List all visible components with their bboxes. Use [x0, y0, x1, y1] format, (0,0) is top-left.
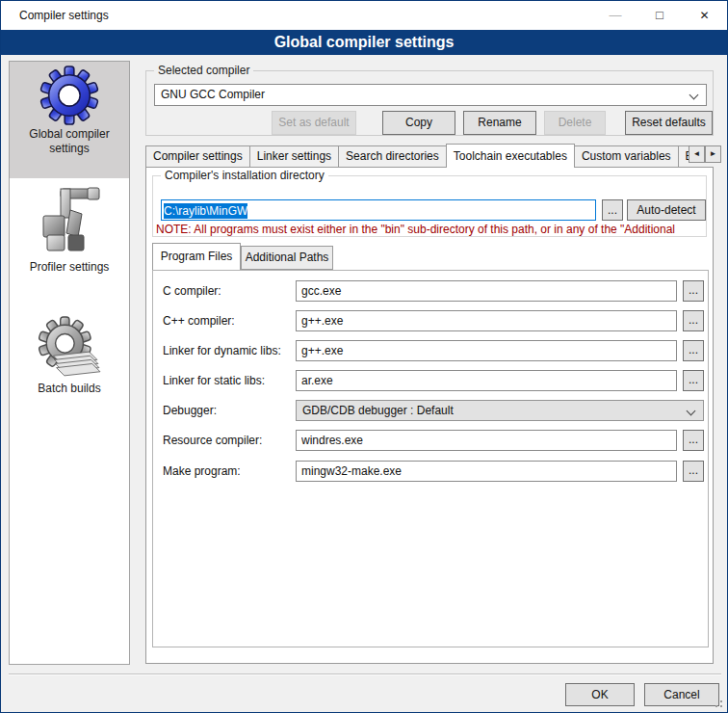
compiler-select-value: GNU GCC Compiler — [161, 88, 265, 101]
sidebar-item-label: Batch builds — [10, 382, 129, 396]
static-linker-row: Linker for static libs: ... — [153, 370, 708, 391]
installation-directory-input[interactable]: C:\raylib\MinGW — [161, 199, 596, 221]
settings-tab-bar: Compiler settings Linker settings Search… — [145, 144, 689, 168]
dynamic-linker-row: Linker for dynamic libs: ... — [153, 340, 708, 361]
rename-button[interactable]: Rename — [463, 111, 536, 135]
dynamic-linker-browse-button[interactable]: ... — [683, 340, 704, 361]
chevron-down-icon — [689, 91, 699, 100]
resource-compiler-row: Resource compiler: ... — [153, 430, 708, 451]
sidebar-item-label: Global compiler settings — [10, 127, 129, 156]
cpp-compiler-row: C++ compiler: ... — [153, 310, 708, 331]
toolchain-executables-panel: Compiler's installation directory C:\ray… — [145, 167, 714, 664]
sidebar-item-profiler-settings[interactable]: Profiler settings — [10, 183, 129, 291]
selected-compiler-group: Selected compiler GNU GCC Compiler Set a… — [145, 70, 714, 136]
copy-button[interactable]: Copy — [382, 111, 455, 135]
static-linker-label: Linker for static libs: — [163, 370, 294, 391]
resize-grip[interactable] — [714, 699, 723, 708]
tab-search-directories[interactable]: Search directories — [338, 145, 447, 168]
ok-button[interactable]: OK — [565, 683, 635, 706]
debugger-select[interactable]: GDB/CDB debugger : Default — [296, 400, 704, 421]
debugger-row: Debugger: GDB/CDB debugger : Default — [153, 400, 708, 421]
tab-compiler-settings[interactable]: Compiler settings — [145, 145, 250, 168]
debugger-select-value: GDB/CDB debugger : Default — [302, 404, 454, 417]
browse-directory-button[interactable]: ... — [602, 199, 623, 221]
settings-category-list: Global compiler settings — [9, 61, 130, 665]
tab-build-options[interactable]: Build options — [678, 145, 689, 168]
gray-gear-stack-icon — [38, 316, 101, 380]
sidebar-item-global-compiler-settings[interactable]: Global compiler settings — [10, 62, 129, 178]
compiler-select[interactable]: GNU GCC Compiler — [154, 84, 707, 106]
cpp-compiler-input[interactable] — [296, 310, 677, 331]
title-bar[interactable]: Compiler settings — □ ✕ — [1, 1, 727, 30]
resource-compiler-label: Resource compiler: — [163, 430, 294, 451]
page-title: Global compiler settings — [1, 30, 727, 55]
static-linker-input[interactable] — [296, 370, 677, 391]
cpp-compiler-label: C++ compiler: — [163, 310, 294, 331]
c-compiler-browse-button[interactable]: ... — [683, 280, 704, 302]
minimize-icon[interactable]: — — [593, 1, 637, 30]
auto-detect-button[interactable]: Auto-detect — [627, 199, 706, 221]
chevron-down-icon — [687, 407, 696, 416]
maximize-icon[interactable]: □ — [637, 1, 682, 30]
tab-toolchain-executables[interactable]: Toolchain executables — [446, 144, 575, 168]
make-program-browse-button[interactable]: ... — [683, 461, 704, 482]
subtab-program-files[interactable]: Program Files — [152, 243, 241, 270]
dynamic-linker-input[interactable] — [296, 340, 677, 361]
static-linker-browse-button[interactable]: ... — [683, 370, 704, 391]
debugger-label: Debugger: — [163, 400, 294, 421]
close-icon[interactable]: ✕ — [682, 1, 727, 30]
resource-compiler-browse-button[interactable]: ... — [683, 430, 704, 451]
cpp-compiler-browse-button[interactable]: ... — [683, 310, 704, 331]
bin-subdirectory-note: NOTE: All programs must exist either in … — [156, 223, 707, 236]
profiler-caliper-icon — [36, 187, 103, 258]
tab-scroll-right-icon[interactable]: ► — [705, 145, 721, 163]
sidebar-item-label: Profiler settings — [10, 260, 129, 275]
subtab-additional-paths[interactable]: Additional Paths — [241, 246, 333, 270]
program-files-page: C compiler: ... C++ compiler: ... Linker… — [152, 270, 709, 647]
tab-scroll-left-icon[interactable]: ◄ — [689, 145, 705, 163]
installation-directory-value: C:\raylib\MinGW — [164, 203, 247, 219]
installation-directory-group-label: Compiler's installation directory — [161, 169, 328, 182]
tab-linker-settings[interactable]: Linker settings — [249, 145, 339, 168]
make-program-label: Make program: — [163, 461, 294, 482]
c-compiler-label: C compiler: — [163, 280, 294, 302]
footer-divider — [9, 673, 721, 675]
sidebar-item-batch-builds[interactable]: Batch builds — [10, 312, 129, 418]
dynamic-linker-label: Linker for dynamic libs: — [163, 340, 294, 361]
delete-button[interactable]: Delete — [544, 111, 606, 135]
tab-custom-variables[interactable]: Custom variables — [574, 145, 679, 168]
reset-defaults-button[interactable]: Reset defaults — [625, 111, 713, 135]
make-program-input[interactable] — [296, 461, 677, 482]
window-title: Compiler settings — [19, 1, 109, 30]
make-program-row: Make program: ... — [153, 461, 708, 482]
resource-compiler-input[interactable] — [296, 430, 677, 451]
c-compiler-row: C compiler: ... — [153, 280, 708, 302]
set-as-default-button[interactable]: Set as default — [272, 111, 356, 135]
c-compiler-input[interactable] — [296, 280, 677, 302]
cancel-button[interactable]: Cancel — [644, 683, 719, 706]
selected-compiler-group-label: Selected compiler — [154, 64, 253, 77]
compiler-settings-dialog: Compiler settings — □ ✕ Global compiler … — [0, 0, 728, 713]
blue-gear-icon — [39, 66, 99, 125]
